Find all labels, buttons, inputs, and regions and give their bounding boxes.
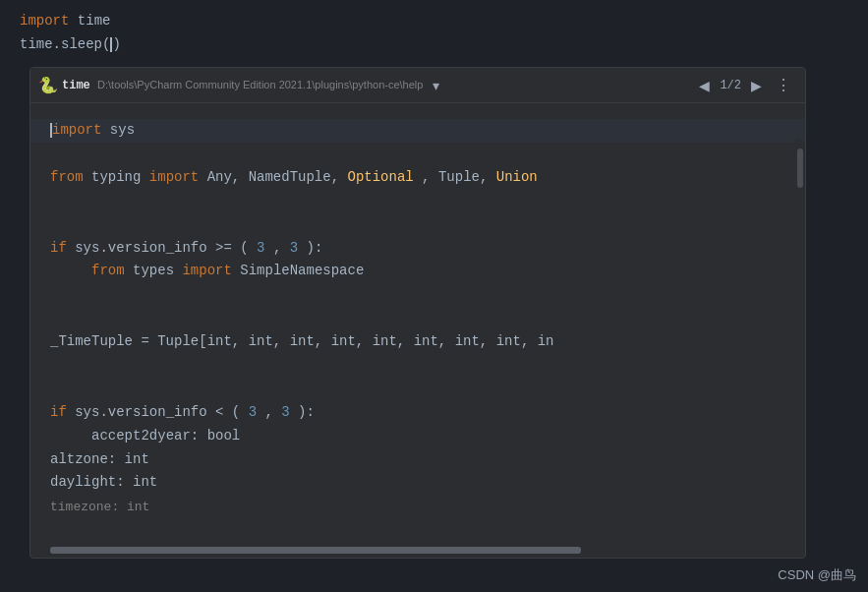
num-3-3: 3	[249, 404, 257, 420]
prev-button[interactable]: ◀	[695, 76, 714, 95]
code-line-simplens: from types import SimpleNamespace	[50, 260, 785, 283]
paren-close-2: ):	[298, 404, 315, 420]
indent-1	[50, 263, 84, 278]
indent-2	[50, 428, 84, 444]
kw-import-1: import	[52, 122, 101, 138]
num-3-1: 3	[257, 240, 264, 256]
code-line-version-check-1: if sys.version_info >= ( 3 , 3 ):	[50, 237, 785, 261]
timetuple-text: _TimeTuple = Tuple[int, int, int, int, i…	[50, 333, 553, 349]
comma-2: ,	[273, 240, 290, 256]
documentation-popup: 🐍 time D:\tools\PyCharm Community Editio…	[29, 67, 806, 559]
code-line-typing: from typing import Any, NamedTuple, Opti…	[50, 166, 785, 190]
empty-line-1	[50, 143, 785, 166]
code-line-daylight: daylight: int	[50, 471, 785, 495]
code-line-import-sys: import sys	[30, 119, 805, 143]
num-3-2: 3	[290, 240, 298, 256]
code-content: import sys from typing import Any, Named…	[30, 103, 805, 558]
scrollbar-thumb-v	[797, 148, 803, 188]
vertical-scrollbar[interactable]	[795, 139, 803, 558]
typing-text: typing	[91, 169, 149, 185]
next-button[interactable]: ▶	[747, 76, 766, 95]
types-text: types	[133, 263, 182, 278]
simplens-text: SimpleNamespace	[240, 263, 364, 278]
header-title: time D:\tools\PyCharm Community Edition …	[62, 79, 423, 92]
module-name: time	[78, 13, 111, 29]
dropdown-button[interactable]: ▾	[429, 76, 443, 95]
paren-close-1: ):	[307, 240, 323, 256]
optional-text: Optional	[347, 169, 413, 185]
kw-if-1: if	[50, 240, 67, 256]
editor-top-code: import time time.sleep()	[0, 0, 868, 67]
code-text-2: )	[112, 36, 120, 52]
comma-3: ,	[264, 404, 281, 420]
kw-from: from	[50, 169, 84, 185]
imports-list: Any, NamedTuple,	[207, 169, 348, 185]
code-line-version-check-2: if sys.version_info < ( 3 , 3 ):	[50, 401, 785, 425]
timezone-text: timezone: int	[50, 500, 149, 514]
code-line-1: import time	[20, 10, 848, 33]
popup-header: 🐍 time D:\tools\PyCharm Community Editio…	[30, 68, 805, 103]
keyword-import: import	[20, 13, 69, 29]
watermark: CSDN @曲鸟	[778, 566, 856, 584]
daylight-text: daylight: int	[50, 474, 157, 490]
sys-text: sys	[101, 122, 135, 138]
code-text: time.sleep(	[20, 36, 110, 52]
popup-header-right: ◀ 1/2 ▶ ⋮	[695, 74, 795, 96]
kw-if-2: if	[50, 404, 67, 420]
version-check-1: sys.version_info >= (	[75, 240, 248, 256]
empty-line-7	[50, 378, 785, 401]
empty-line-4	[50, 283, 785, 307]
popup-header-left: 🐍 time D:\tools\PyCharm Community Editio…	[40, 76, 443, 95]
empty-line-5	[50, 307, 785, 330]
empty-line-6	[50, 354, 785, 378]
python-file-icon: 🐍	[40, 78, 56, 93]
editor-background: import time time.sleep()	[0, 0, 868, 69]
more-options-button[interactable]: ⋮	[772, 74, 795, 96]
scrollbar-thumb-h	[50, 547, 581, 554]
module-name-header: time	[62, 79, 90, 92]
kw-import-3: import	[182, 263, 231, 278]
header-path: D:\tools\PyCharm Community Edition 2021.…	[97, 79, 423, 90]
code-line-accept2dyear: accept2dyear: bool	[50, 425, 785, 448]
code-line-2: time.sleep()	[20, 33, 848, 57]
comma-1: ,	[422, 169, 438, 185]
tuple-text: Tuple,	[438, 169, 496, 185]
empty-line-2	[50, 190, 785, 213]
kw-import-2: import	[149, 169, 199, 185]
empty-line-3	[50, 213, 785, 237]
nav-counter: 1/2	[720, 79, 741, 92]
horizontal-scrollbar[interactable]	[50, 547, 581, 554]
version-check-2: sys.version_info < (	[75, 404, 240, 420]
altzone-text: altzone: int	[50, 451, 149, 467]
union-text: Union	[496, 169, 538, 185]
num-3-4: 3	[281, 404, 289, 420]
code-line-altzone: altzone: int	[50, 448, 785, 472]
kw-from-2: from	[91, 263, 125, 278]
code-line-timetuple: _TimeTuple = Tuple[int, int, int, int, i…	[50, 330, 785, 354]
code-line-timezone: timezone: int	[50, 497, 785, 518]
accept2dyear-text: accept2dyear: bool	[91, 428, 240, 444]
